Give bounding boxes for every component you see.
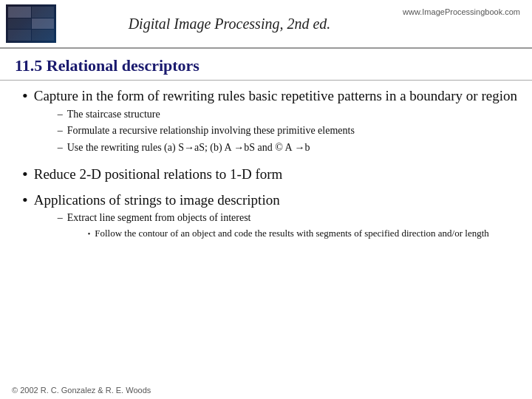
- sub-bullets-3: – Extract line segment from objects of i…: [58, 211, 489, 242]
- sub-text-3-1: Extract line segment from objects of int…: [67, 212, 251, 223]
- bullet-3-text: Applications of strings to image descrip…: [34, 192, 280, 208]
- dash-1-2: –: [58, 123, 63, 138]
- sub-item-3-1: – Extract line segment from objects of i…: [58, 211, 489, 242]
- dash-1-3: –: [58, 140, 63, 155]
- main-content: • Capture in the form of rewriting rules…: [0, 86, 532, 246]
- bullet-dot-1: •: [22, 86, 28, 106]
- sub-sub-bullets-3-1: • Follow the contour of an object and co…: [88, 227, 489, 240]
- dash-3-1: –: [58, 211, 63, 225]
- header-url: www.ImageProcessingbook.com: [403, 4, 520, 16]
- sub-item-1-2: – Formulate a recursive relationship inv…: [58, 123, 517, 138]
- header-title: Digital Image Processing, 2nd ed.: [56, 16, 403, 33]
- sub-bullets-1: – The staircase structure – Formulate a …: [58, 107, 517, 155]
- logo: [6, 4, 56, 43]
- bullet-2: • Reduce 2-D positional relations to 1-D…: [15, 165, 517, 184]
- bullet-dot-3: •: [22, 191, 28, 210]
- bullet-dot-2: •: [22, 165, 28, 184]
- header: Digital Image Processing, 2nd ed. www.Im…: [0, 0, 532, 49]
- bullet-1: • Capture in the form of rewriting rules…: [15, 86, 517, 159]
- sub-item-1-3: – Use the rewriting rules (a) S→aS; (b) …: [58, 140, 517, 155]
- sub-item-1-1: – The staircase structure: [58, 107, 517, 122]
- section-title: 11.5 Relational descriptors: [0, 49, 532, 81]
- bullet-1-text: Capture in the form of rewriting rules b…: [34, 88, 517, 103]
- dash-1-1: –: [58, 107, 63, 122]
- sub-text-1-3: Use the rewriting rules (a) S→aS; (b) A …: [67, 140, 310, 155]
- sub-text-1-1: The staircase structure: [67, 107, 160, 122]
- sub-sub-item-3-1-1: • Follow the contour of an object and co…: [88, 227, 489, 240]
- sub-sub-text-3-1-1: Follow the contour of an object and code…: [95, 227, 489, 240]
- footer-copyright: © 2002 R. C. Gonzalez & R. E. Woods: [12, 386, 151, 395]
- bullet-3: • Applications of strings to image descr…: [15, 191, 517, 246]
- sub-text-1-2: Formulate a recursive relationship invol…: [67, 123, 355, 138]
- sub-sub-dot: •: [88, 229, 91, 239]
- bullet-2-text: Reduce 2-D positional relations to 1-D f…: [34, 165, 283, 184]
